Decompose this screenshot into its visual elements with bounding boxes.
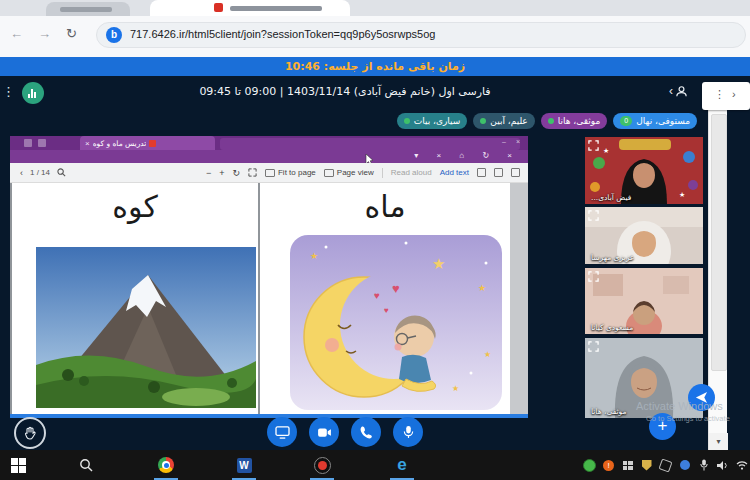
search-icon[interactable]	[57, 168, 66, 177]
phone-icon	[359, 425, 373, 439]
camera-icon	[317, 427, 332, 438]
browser-tab-inactive[interactable]	[46, 2, 130, 16]
fullscreen-icon[interactable]	[588, 341, 599, 352]
taskbar-edge-button[interactable]: e	[388, 450, 416, 480]
tray-alert-icon[interactable]: !	[602, 459, 615, 472]
svg-text:★: ★	[310, 251, 318, 261]
read-aloud-button[interactable]: Read aloud	[391, 168, 432, 177]
raise-hand-button[interactable]	[14, 417, 46, 449]
scrollbar-thumb[interactable]	[711, 114, 727, 371]
toolbar-divider	[382, 168, 383, 178]
fit-to-page-button[interactable]: Fit to page	[265, 168, 316, 177]
activate-windows-watermark-sub: Go to Settings to activate Windows.	[646, 414, 730, 423]
svg-text:♥: ♥	[384, 306, 389, 315]
print-icon[interactable]	[477, 168, 486, 177]
taskbar-recorder-button[interactable]	[308, 450, 336, 480]
url-text[interactable]: 717.6426.ir/html5client/join?sessionToke…	[130, 28, 435, 40]
taskbar-word-button[interactable]: W	[230, 450, 258, 480]
audio-button[interactable]	[351, 417, 381, 447]
pdf-back-icon[interactable]: ‹	[20, 168, 23, 178]
svg-text:♥: ♥	[374, 290, 380, 301]
kebab-menu-icon[interactable]: ⋮	[714, 88, 725, 101]
browser-tab-active[interactable]	[150, 0, 350, 16]
tray-clip-icon[interactable]	[659, 459, 672, 472]
edge-tab-title: تدریس ماه و کوه	[93, 139, 147, 148]
svg-text:★: ★	[452, 384, 459, 393]
word-kuh: کوه	[12, 189, 258, 224]
pdf-toolbar: ‹ 1 / 14 − + ↻ Fit to page	[10, 163, 528, 183]
student-tab-mostofi[interactable]: مستوفی، نهال 0	[613, 113, 697, 129]
panel-controls[interactable]: ⋮ ›	[702, 82, 750, 110]
pdf-scrollbar[interactable]	[510, 183, 528, 414]
scroll-down-icon[interactable]: ▾	[709, 433, 728, 450]
fullscreen-icon[interactable]	[248, 168, 257, 177]
tray-microphone-icon[interactable]	[697, 459, 710, 472]
student-tab-label: علیم، آبین	[490, 116, 527, 126]
edge-window-controls: – ×	[502, 138, 524, 145]
video-name-label: عزیزی مهرسا	[591, 253, 634, 262]
screenshare-button[interactable]	[267, 417, 297, 447]
forward-icon[interactable]: →	[38, 26, 51, 41]
chevron-right-icon[interactable]: ›	[732, 88, 736, 100]
tab-title-placeholder	[230, 6, 322, 11]
meeting-title: فارسی اول (خانم فیض آبادی) 1403/11/14 | …	[0, 85, 690, 98]
tray-volume-icon[interactable]	[716, 459, 729, 472]
site-favicon-icon: b	[106, 27, 122, 43]
edge-tab-empty	[220, 138, 520, 150]
video-tile-student-1[interactable]: عزیزی مهرسا	[585, 207, 703, 264]
video-tile-student-2[interactable]: مسعودی کیانا	[585, 268, 703, 334]
video-tile-teacher[interactable]: ★★ فیض آبادی...	[585, 137, 703, 204]
fullscreen-icon[interactable]	[588, 210, 599, 221]
browser-toolbar: ← → ↻ b 717.6426.ir/html5client/join?ses…	[0, 16, 750, 58]
video-name-label: مسعودی کیانا	[591, 323, 633, 332]
meeting-header: ⋮ فارسی اول (خانم فیض آبادی) 1403/11/14 …	[0, 76, 750, 110]
edge-pdf-tab: × تدریس ماه و کوه	[80, 136, 215, 150]
page-view-button[interactable]: Page view	[324, 168, 374, 177]
pdf-page-kuh: کوه	[12, 183, 258, 414]
save-icon[interactable]	[494, 168, 503, 177]
rotate-icon[interactable]: ↻	[232, 168, 240, 178]
word-mah: ماه	[260, 189, 510, 224]
pdf-page-indicator: 1 / 14	[30, 168, 50, 177]
tray-shield-icon[interactable]	[640, 459, 653, 472]
fullscreen-icon[interactable]	[588, 271, 599, 282]
tray-app-icon[interactable]	[678, 459, 691, 472]
svg-text:♥: ♥	[392, 281, 400, 296]
webcam-button[interactable]	[309, 417, 339, 447]
zoom-out-icon[interactable]: −	[206, 168, 211, 178]
tab-close-icon: ×	[85, 139, 90, 148]
more-tools-icon[interactable]	[511, 168, 520, 177]
presentation-bottom-bar	[10, 414, 528, 418]
student-tab-label: موثقی، هانا	[558, 116, 601, 126]
svg-text:★: ★	[603, 147, 609, 154]
session-time-text: زمان باقی مانده از جلسه: 10:46	[285, 60, 465, 73]
start-button[interactable]	[4, 450, 32, 480]
refresh-icon[interactable]: ↻	[66, 26, 77, 41]
taskbar-search-button[interactable]	[72, 450, 100, 480]
zoom-in-icon[interactable]: +	[219, 168, 224, 178]
fullscreen-icon[interactable]	[588, 140, 599, 151]
back-icon[interactable]: ←	[10, 26, 23, 41]
monitor-icon	[275, 426, 290, 439]
tray-status-green-icon[interactable]	[583, 459, 596, 472]
edge-window-icon	[24, 139, 32, 147]
hand-icon	[23, 426, 37, 440]
tray-network-icon[interactable]	[735, 459, 748, 472]
tray-grid-icon[interactable]	[621, 459, 634, 472]
participants-toggle[interactable]: ‹	[669, 84, 688, 98]
url-bar[interactable]: b 717.6426.ir/html5client/join?sessionTo…	[96, 22, 746, 48]
add-text-button[interactable]: Add text	[440, 168, 469, 177]
taskbar-chrome-button[interactable]	[152, 450, 180, 480]
student-tab-movasaghi[interactable]: موثقی، هانا	[541, 113, 608, 129]
student-tab-sayari[interactable]: سیاری، بیات	[397, 113, 468, 129]
activate-windows-watermark: Activate Windows	[636, 400, 723, 412]
edge-toolbar-icons: ▾ × ⌂ ↻ ×	[414, 151, 520, 160]
online-dot	[480, 118, 486, 124]
tab-favicon-icon	[214, 3, 223, 12]
microphone-icon	[403, 425, 414, 439]
online-dot	[548, 118, 554, 124]
student-tab-alim[interactable]: علیم، آبین	[473, 113, 534, 129]
student-tab-label: مستوفی، نهال	[636, 116, 690, 126]
mute-button[interactable]	[393, 417, 423, 447]
video-name-label: فیض آبادی...	[591, 193, 631, 202]
